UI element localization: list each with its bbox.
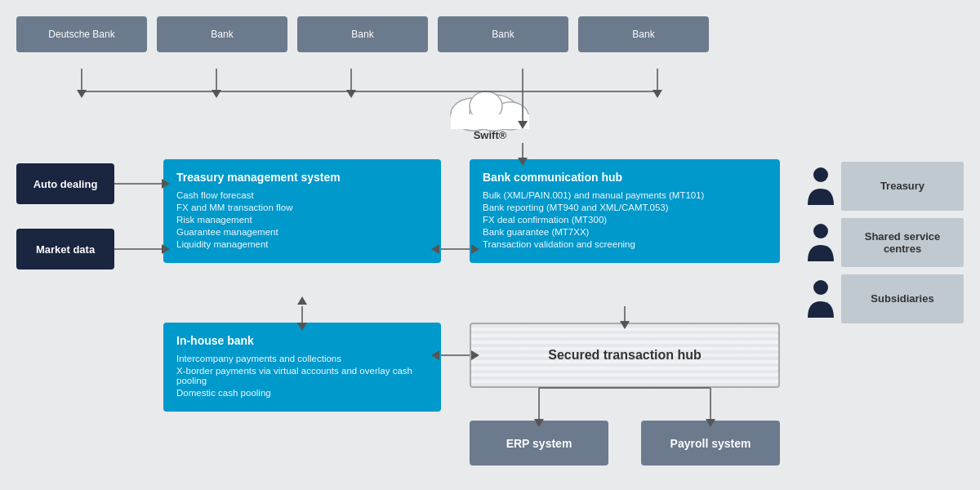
person-icon-subsidiaries: [806, 278, 835, 319]
swift-area: Swift®: [433, 82, 547, 141]
erp-box: ERP system: [470, 421, 608, 466]
svg-marker-15: [346, 90, 356, 98]
svg-marker-11: [77, 90, 87, 98]
secured-hub-box: Secured transaction hub: [470, 323, 780, 388]
market-data-box: Market data: [16, 229, 114, 270]
role-treasury-label: Treasury: [841, 162, 964, 211]
svg-point-5: [813, 167, 828, 182]
role-treasury-icon: [800, 162, 841, 211]
treasury-item-2: Risk management: [176, 215, 428, 225]
role-subsidiaries-icon: [800, 274, 841, 323]
roles-area: Treasury Shared service centres Subsidia…: [800, 159, 964, 328]
inhouse-item-0: Intercompany payments and collections: [176, 354, 428, 363]
bank-1: Bank: [157, 16, 287, 52]
swift-cloud-icon: [441, 82, 539, 135]
treasury-item-0: Cash flow forecast: [176, 190, 428, 200]
svg-marker-13: [212, 90, 221, 98]
banks-row: Deutsche Bank Bank Bank Bank Bank: [16, 16, 964, 52]
bank-comm-item-0: Bulk (XML/PAIN.001) and manual payments …: [483, 190, 767, 200]
secured-hub-label: Secured transaction hub: [548, 348, 702, 363]
person-icon-treasury: [806, 166, 835, 207]
svg-marker-32: [297, 296, 307, 305]
svg-rect-4: [451, 114, 529, 129]
bank-comm-box: Bank communication hub Bulk (XML/PAIN.00…: [470, 159, 780, 263]
auto-dealing-box: Auto dealing: [16, 163, 114, 204]
inhouse-item-2: Domestic cash pooling: [176, 388, 428, 398]
treasury-mgmt-box: Treasury management system Cash flow for…: [163, 159, 441, 263]
inhouse-bank-box: In-house bank Intercompany payments and …: [163, 323, 441, 412]
bank-3: Bank: [438, 16, 568, 52]
bank-comm-title: Bank communication hub: [483, 171, 767, 184]
role-subsidiaries-row: Subsidiaries: [800, 272, 964, 325]
treasury-mgmt-title: Treasury management system: [176, 171, 428, 184]
treasury-item-1: FX and MM transaction flow: [176, 203, 428, 212]
inhouse-bank-title: In-house bank: [176, 334, 428, 347]
svg-point-6: [813, 224, 828, 238]
treasury-item-3: Guarantee management: [176, 227, 428, 237]
payroll-box: Payroll system: [641, 421, 780, 466]
inhouse-item-1: X-border payments via virtual accounts a…: [176, 366, 428, 385]
person-icon-ssc: [806, 222, 835, 263]
bank-comm-item-4: Transaction validation and screening: [483, 239, 767, 249]
role-ssc-icon: [800, 218, 841, 267]
treasury-item-4: Liquidity management: [176, 239, 428, 249]
bank-comm-item-3: Bank guarantee (MT7XX): [483, 227, 767, 237]
role-subsidiaries-label: Subsidiaries: [841, 274, 964, 323]
bank-4: Bank: [578, 16, 709, 52]
bank-deutsche: Deutsche Bank: [16, 16, 147, 52]
role-treasury-row: Treasury: [800, 159, 964, 212]
bank-2: Bank: [297, 16, 428, 52]
role-ssc-row: Shared service centres: [800, 216, 964, 269]
svg-point-7: [813, 280, 828, 295]
role-ssc-label: Shared service centres: [841, 218, 964, 267]
svg-marker-19: [653, 90, 662, 98]
bank-comm-item-1: Bank reporting (MT940 and XML/CAMT.053): [483, 203, 767, 212]
bank-comm-item-2: FX deal confirmation (MT300): [483, 215, 767, 225]
